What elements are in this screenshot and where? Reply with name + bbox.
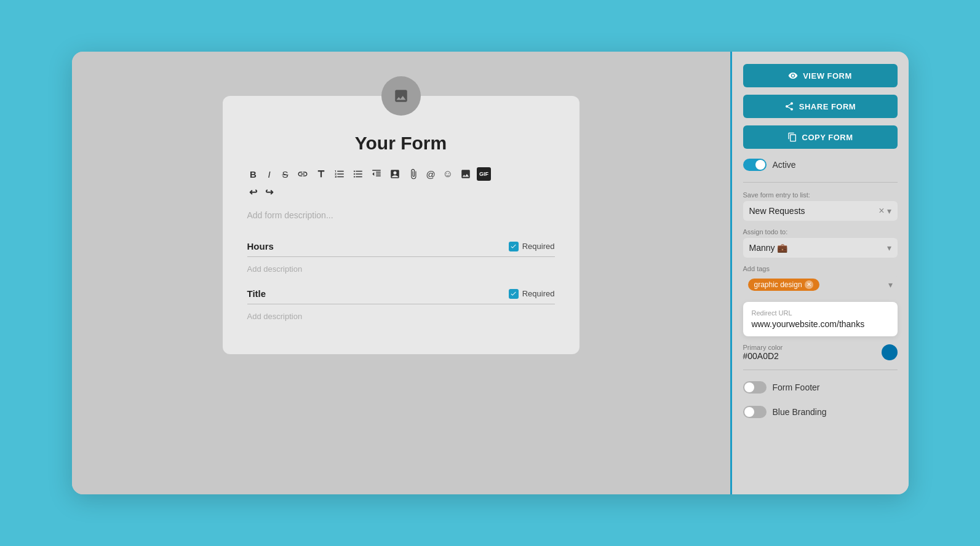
blue-branding-label: Blue Branding	[773, 407, 827, 417]
save-entry-actions: × ▾	[878, 206, 891, 216]
blue-branding-toggle[interactable]	[743, 406, 767, 418]
add-tags-label: Add tags	[743, 265, 898, 272]
save-entry-label: Save form entry to list:	[743, 191, 898, 199]
assign-todo-chevron-icon: ▾	[887, 243, 891, 253]
right-panel: VIEW FORM SHARE FORM COPY FORM Active Sa…	[730, 52, 909, 494]
indent-left-button[interactable]	[369, 167, 384, 181]
redirect-url-card: Redirect URL www.yourwebsite.com/thanks	[743, 302, 898, 336]
toolbar-row1: B I S	[247, 167, 555, 181]
giphy-button[interactable]: GIF	[477, 167, 491, 181]
link-button[interactable]	[295, 167, 310, 181]
primary-color-hex: #00A0D2	[743, 351, 783, 361]
tag-remove-button[interactable]: ✕	[805, 280, 813, 289]
unordered-list-button[interactable]	[351, 167, 365, 181]
required-check-title[interactable]: Required	[509, 289, 555, 299]
share-form-button[interactable]: SHARE FORM	[743, 95, 898, 118]
share-icon	[784, 101, 794, 111]
primary-color-info: Primary color #00A0D2	[743, 344, 783, 361]
field-label-hours: Hours	[247, 241, 274, 251]
primary-color-dot[interactable]	[882, 344, 898, 360]
blue-branding-toggle-row: Blue Branding	[743, 403, 898, 421]
redirect-url-label: Redirect URL	[752, 309, 889, 317]
required-label-hours: Required	[522, 242, 555, 251]
main-container: Your Form B I S	[72, 52, 909, 494]
copy-form-button[interactable]: COPY FORM	[743, 125, 898, 149]
view-form-button[interactable]: VIEW FORM	[743, 64, 898, 87]
tag-graphic-design: graphic design ✕	[748, 279, 819, 291]
divider-2	[743, 370, 898, 370]
redirect-url-value[interactable]: www.yourwebsite.com/thanks	[752, 319, 889, 329]
undo-button[interactable]: ↩	[247, 186, 260, 199]
primary-color-row: Primary color #00A0D2	[743, 344, 898, 361]
share-form-label: SHARE FORM	[799, 102, 856, 111]
image-insert-button[interactable]	[458, 167, 473, 181]
save-entry-section: Save form entry to list: New Requests × …	[743, 191, 898, 221]
divider-1	[743, 182, 898, 183]
strikethrough-button[interactable]: S	[279, 167, 292, 181]
image-icon	[393, 88, 409, 104]
required-checkbox-hours[interactable]	[509, 242, 519, 251]
form-card: Your Form B I S	[223, 96, 580, 354]
required-checkbox-title[interactable]	[509, 289, 519, 299]
field-header-hours: Hours Required	[247, 241, 555, 257]
assign-todo-value: Manny 💼	[749, 243, 788, 253]
image-upload-button[interactable]	[381, 76, 421, 116]
left-panel: Your Form B I S	[72, 52, 730, 494]
form-description-placeholder[interactable]: Add form description...	[247, 208, 555, 223]
attachment-button[interactable]	[406, 167, 421, 181]
save-entry-field[interactable]: New Requests × ▾	[743, 201, 898, 221]
mention-button[interactable]: @	[424, 167, 437, 181]
emoji-button[interactable]: ☺	[441, 167, 455, 181]
field-label-title: Title	[247, 288, 266, 299]
copy-icon	[787, 132, 797, 142]
required-check-hours[interactable]: Required	[509, 242, 555, 251]
toolbar-row2: ↩ ↪	[247, 186, 555, 199]
bold-button[interactable]: B	[247, 167, 260, 181]
indent-right-button[interactable]	[388, 167, 402, 181]
assign-todo-label: Assign todo to:	[743, 228, 898, 235]
form-title: Your Form	[247, 133, 555, 154]
field-desc-title[interactable]: Add description	[247, 309, 555, 323]
save-entry-clear-button[interactable]: ×	[878, 206, 884, 216]
field-desc-hours[interactable]: Add description	[247, 262, 555, 276]
add-tags-section: Add tags graphic design ✕ ▾	[743, 265, 898, 295]
copy-form-label: COPY FORM	[802, 133, 853, 142]
field-header-title: Title Required	[247, 288, 555, 304]
active-label: Active	[773, 160, 796, 170]
save-entry-value: New Requests	[749, 206, 805, 216]
active-toggle[interactable]	[743, 159, 767, 171]
form-field-title: Title Required Add description	[247, 288, 555, 323]
assign-todo-field[interactable]: Manny 💼 ▾	[743, 238, 898, 258]
form-field-hours: Hours Required Add description	[247, 241, 555, 276]
form-footer-label: Form Footer	[773, 382, 820, 392]
tag-container: graphic design ✕	[748, 279, 819, 291]
ordered-list-button[interactable]	[332, 167, 347, 181]
required-label-title: Required	[522, 289, 555, 298]
save-entry-chevron-icon: ▾	[887, 206, 891, 216]
view-form-label: VIEW FORM	[803, 71, 852, 81]
eye-icon	[788, 71, 798, 81]
add-tags-field[interactable]: graphic design ✕ ▾	[743, 275, 898, 295]
heading-button[interactable]	[314, 167, 329, 181]
assign-todo-section: Assign todo to: Manny 💼 ▾	[743, 228, 898, 258]
redo-button[interactable]: ↪	[263, 186, 276, 199]
tags-chevron-icon: ▾	[888, 280, 893, 290]
italic-button[interactable]: I	[263, 167, 276, 181]
active-toggle-row: Active	[743, 156, 898, 173]
form-footer-toggle[interactable]	[743, 381, 767, 394]
primary-color-label: Primary color	[743, 344, 783, 351]
tag-name: graphic design	[754, 280, 802, 289]
form-footer-toggle-row: Form Footer	[743, 379, 898, 396]
